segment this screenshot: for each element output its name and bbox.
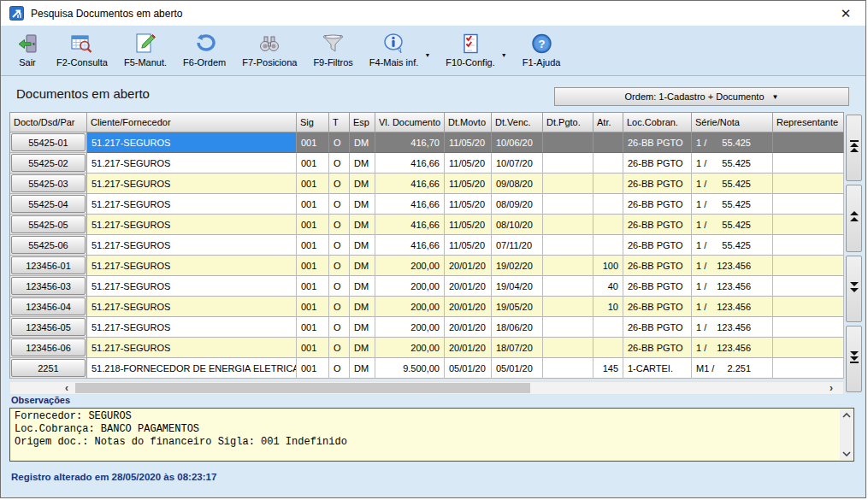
cell-repr[interactable]: [773, 153, 844, 174]
column-header-vl[interactable]: Vl. Documento: [375, 113, 445, 132]
row-header-button[interactable]: 55425-02: [11, 154, 86, 172]
dropdown-caret-icon[interactable]: ▼: [424, 52, 430, 58]
cell-atr[interactable]: 145: [593, 358, 623, 379]
cell-vl[interactable]: 416,66: [375, 235, 445, 256]
toolbar-button-ordem[interactable]: F6-Ordem: [183, 31, 226, 68]
column-header-serie[interactable]: Série/Nota: [692, 113, 773, 132]
cell-dt_movto[interactable]: 11/05/20: [445, 153, 492, 174]
cell-loc[interactable]: 26-BB PGTO: [623, 338, 692, 358]
cell-loc[interactable]: 26-BB PGTO: [623, 174, 692, 194]
cell-vl[interactable]: 200,00: [375, 317, 445, 338]
cell-loc[interactable]: 26-BB PGTO: [623, 317, 692, 338]
cell-serie-nota[interactable]: 1 /123.456: [692, 317, 773, 338]
column-header-sig[interactable]: Sig: [297, 113, 329, 132]
cell-sig[interactable]: 001: [297, 132, 329, 153]
column-header-t[interactable]: T: [329, 113, 350, 132]
cell-serie-nota[interactable]: 1 /123.456: [692, 276, 773, 297]
row-header-button[interactable]: 55425-06: [11, 236, 86, 254]
cell-dt_venc[interactable]: 18/07/20: [492, 338, 543, 358]
cell-loc[interactable]: 26-BB PGTO: [623, 194, 692, 215]
cell-esp[interactable]: DM: [350, 194, 375, 215]
cell-cliente[interactable]: 51.217-SEGUROS: [87, 174, 297, 194]
observations-textarea[interactable]: Fornecedor: SEGUROSLoc.Cobrança: BANCO P…: [9, 408, 854, 462]
cell-dt_movto[interactable]: 20/01/20: [445, 256, 492, 276]
cell-serie-nota[interactable]: 1 /123.456: [692, 297, 773, 317]
column-header-loc[interactable]: Loc.Cobran.: [623, 113, 692, 132]
cell-vl[interactable]: 416,70: [375, 132, 445, 153]
toolbar-button-config[interactable]: F10-Config.▼: [446, 31, 494, 68]
cell-loc[interactable]: 26-BB PGTO: [623, 132, 692, 153]
scroll-left-icon[interactable]: ‹: [60, 382, 74, 394]
cell-dt_venc[interactable]: 19/04/20: [492, 276, 543, 297]
toolbar-button-maisinf[interactable]: F4-Mais inf.▼: [369, 31, 418, 68]
cell-loc[interactable]: 26-BB PGTO: [623, 235, 692, 256]
cell-dt_movto[interactable]: 11/05/20: [445, 174, 492, 194]
cell-serie-nota[interactable]: 1 /55.425: [692, 153, 773, 174]
cell-atr[interactable]: 40: [593, 276, 623, 297]
toolbar-button-consulta[interactable]: F2-Consulta: [56, 31, 108, 68]
scroll-right-icon[interactable]: ›: [824, 382, 838, 394]
cell-t[interactable]: O: [329, 297, 350, 317]
toolbar-button-ajuda[interactable]: ?F1-Ajuda: [523, 31, 561, 68]
cell-repr[interactable]: [773, 338, 844, 358]
cell-t[interactable]: O: [329, 317, 350, 338]
cell-sig[interactable]: 001: [297, 338, 329, 358]
close-icon[interactable]: ✕: [831, 1, 860, 26]
row-header-button[interactable]: 55425-03: [11, 174, 86, 192]
cell-cliente[interactable]: 51.218-FORNECEDOR DE ENERGIA ELETRICA: [87, 358, 297, 379]
cell-dt_pgto[interactable]: [543, 215, 593, 235]
row-header-button[interactable]: 55425-01: [11, 133, 86, 151]
cell-t[interactable]: O: [329, 153, 350, 174]
cell-vl[interactable]: 416,66: [375, 194, 445, 215]
cell-dt_venc[interactable]: 08/09/20: [492, 194, 543, 215]
toolbar-button-sair[interactable]: Sair: [15, 31, 40, 68]
column-header-atr[interactable]: Atr.: [593, 113, 623, 132]
cell-loc[interactable]: 26-BB PGTO: [623, 153, 692, 174]
cell-vl[interactable]: 200,00: [375, 338, 445, 358]
cell-dt_pgto[interactable]: [543, 276, 593, 297]
chevron-down-icon[interactable]: [842, 451, 851, 456]
observations-scrollbar[interactable]: [840, 409, 853, 460]
cell-dt_pgto[interactable]: [543, 358, 593, 379]
cell-t[interactable]: O: [329, 132, 350, 153]
cell-dt_pgto[interactable]: [543, 256, 593, 276]
cell-vl[interactable]: 200,00: [375, 256, 445, 276]
cell-serie-nota[interactable]: 1 /123.456: [692, 338, 773, 358]
cell-serie-nota[interactable]: 1 /55.425: [692, 194, 773, 215]
cell-cliente[interactable]: 51.217-SEGUROS: [87, 317, 297, 338]
cell-serie-nota[interactable]: 1 /123.456: [692, 256, 773, 276]
column-header-docto[interactable]: Docto/Dsd/Par: [10, 113, 87, 132]
cell-sig[interactable]: 001: [297, 215, 329, 235]
scrollbar-thumb[interactable]: [75, 383, 530, 393]
page-down-button[interactable]: [846, 256, 862, 322]
cell-atr[interactable]: [593, 235, 623, 256]
cell-repr[interactable]: [773, 215, 844, 235]
cell-dt_venc[interactable]: 19/02/20: [492, 256, 543, 276]
cell-repr[interactable]: [773, 276, 844, 297]
cell-atr[interactable]: [593, 153, 623, 174]
toolbar-button-posiciona[interactable]: F7-Posiciona: [242, 31, 297, 68]
row-header-button[interactable]: 123456-04: [11, 297, 86, 315]
cell-loc[interactable]: 26-BB PGTO: [623, 297, 692, 317]
cell-sig[interactable]: 001: [297, 297, 329, 317]
cell-repr[interactable]: [773, 174, 844, 194]
horizontal-scrollbar[interactable]: ‹ ›: [9, 381, 844, 395]
row-header-button[interactable]: 123456-05: [11, 318, 86, 336]
cell-dt_movto[interactable]: 20/01/20: [445, 338, 492, 358]
cell-serie-nota[interactable]: M1 /2.251: [692, 358, 773, 379]
cell-dt_venc[interactable]: 10/06/20: [492, 132, 543, 153]
cell-repr[interactable]: [773, 235, 844, 256]
cell-loc[interactable]: 26-BB PGTO: [623, 256, 692, 276]
dropdown-caret-icon[interactable]: ▼: [501, 52, 507, 58]
cell-cliente[interactable]: 51.217-SEGUROS: [87, 235, 297, 256]
cell-cliente[interactable]: 51.217-SEGUROS: [87, 276, 297, 297]
cell-dt_movto[interactable]: 20/01/20: [445, 297, 492, 317]
cell-dt_pgto[interactable]: [543, 235, 593, 256]
cell-esp[interactable]: DM: [350, 256, 375, 276]
cell-vl[interactable]: 9.500,00: [375, 358, 445, 379]
cell-dt_venc[interactable]: 09/08/20: [492, 174, 543, 194]
cell-cliente[interactable]: 51.217-SEGUROS: [87, 132, 297, 153]
cell-serie-nota[interactable]: 1 /55.425: [692, 132, 773, 153]
cell-dt_movto[interactable]: 20/01/20: [445, 317, 492, 338]
cell-dt_pgto[interactable]: [543, 132, 593, 153]
